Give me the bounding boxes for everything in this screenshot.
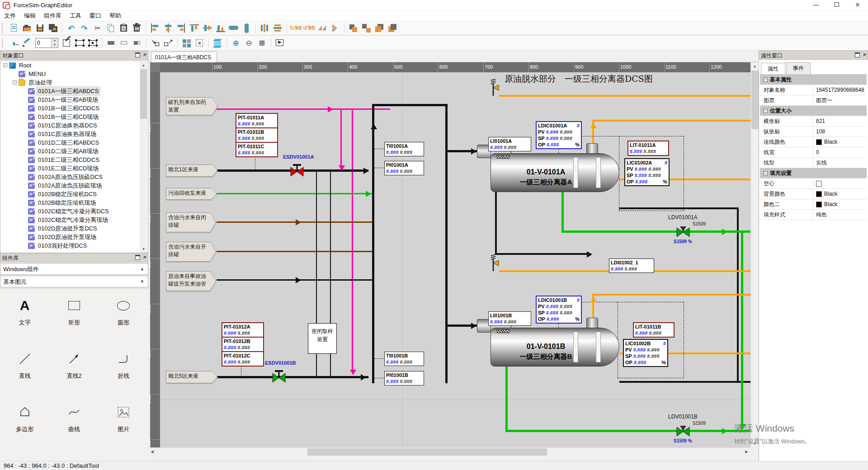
ungroup-button[interactable] (360, 22, 373, 34)
pipe-slop-oil-line[interactable] (217, 193, 372, 194)
zoom-out-button[interactable]: ⊖ (243, 37, 255, 49)
component-curve[interactable]: 曲线 (49, 402, 99, 455)
vent-valve-a[interactable] (486, 78, 500, 96)
color-swatch[interactable] (816, 139, 822, 145)
menu-item-0[interactable]: 文件 (0, 11, 20, 21)
align-bottom-button[interactable] (214, 22, 226, 34)
scroll-up-icon[interactable]: ▲ (751, 62, 759, 70)
close-panel-icon[interactable]: ✕ (862, 52, 866, 57)
pipe-oily-water-closed-line[interactable] (217, 221, 372, 223)
pipe-magenta-header[interactable] (217, 108, 390, 110)
pipe-emergency-oil-line[interactable] (217, 279, 372, 281)
component-category-windows[interactable]: Windows组件▲ (0, 263, 148, 275)
save-all-button[interactable] (47, 22, 59, 34)
tree-item-5[interactable]: 0101B一级三相CDDCS (0, 104, 148, 113)
property-value[interactable]: 纯色 (816, 211, 827, 219)
callout-slop-oil-pump[interactable]: 污油回收泵来液 (166, 188, 217, 200)
toolbar-grip[interactable] (2, 38, 5, 48)
tag-ldi01002-1[interactable]: LDI01002_1#.####.### (609, 258, 654, 273)
redo-button[interactable]: ↷ (78, 22, 90, 34)
valve-ldv01001a[interactable] (676, 224, 690, 239)
layers-button[interactable] (212, 37, 224, 49)
bring-to-front-button[interactable] (373, 22, 386, 34)
scroll-down-icon[interactable]: ▼ (140, 245, 147, 253)
flip-vertical-button[interactable] (329, 22, 341, 34)
collapse-box-icon[interactable]: − (764, 109, 768, 113)
tree-item-4[interactable]: 0101A一级三相AB现场 (0, 95, 148, 104)
component-polyline[interactable]: 折线 (99, 348, 148, 402)
tree-item-9[interactable]: 0101D二级三相ABDCS (0, 138, 148, 147)
tree-item-14[interactable]: 0102A原油负压脱硫现场 (0, 181, 148, 190)
scroll-down-icon[interactable]: ▼ (751, 440, 759, 447)
collapse-box-icon[interactable]: − (764, 78, 768, 82)
spinner-down-icon[interactable]: ▼ (52, 43, 58, 47)
pipe-oily-water-open-line[interactable] (217, 251, 372, 252)
component-text[interactable]: A 文字 (0, 295, 49, 348)
tag-pit-01011b[interactable]: PIT-01011B#.####.### (236, 127, 278, 143)
tag-pit-01012a[interactable]: PIT-01012A#.####.### (222, 322, 264, 338)
pipe-sample-line-2b[interactable] (330, 354, 331, 377)
float-panel-icon[interactable] (135, 255, 140, 260)
expand-arrow-icon[interactable]: ▼ (140, 279, 144, 284)
callout-demulsifier[interactable]: 破乳剂来自加药装置 (166, 97, 217, 115)
close-button[interactable]: ✕ (847, 0, 868, 11)
callout-shunbei5[interactable]: 顺北5区来液 (166, 371, 217, 383)
pipe-magenta-drop-1[interactable] (340, 108, 342, 167)
rotate-cw-90-button[interactable]: ↻90 (290, 22, 302, 34)
tree-item-17[interactable]: 0102C稳定气冷凝分离DCS (0, 207, 148, 216)
tree-item-1[interactable]: MENU (0, 70, 148, 78)
component-rect[interactable]: 矩形 (49, 295, 99, 348)
align-right-button[interactable] (175, 22, 187, 34)
tree-item-6[interactable]: 0101B一级三相CD现场 (0, 113, 148, 121)
pipe-green-a-drop[interactable] (561, 191, 564, 231)
pipe-ldi-line[interactable] (495, 253, 591, 255)
line-color-button[interactable] (21, 37, 33, 49)
pipe-collector-right[interactable] (445, 104, 448, 383)
sample-device-box[interactable]: 密闭取样装置 (308, 323, 337, 354)
callout-oily-water-open[interactable]: 含油污水来自开排罐 (166, 242, 216, 262)
distribute-v-button[interactable] (272, 22, 284, 34)
tag-lit-01011a[interactable]: LIT-01011A#.####.### (627, 141, 669, 156)
pipe-collector-top[interactable] (372, 104, 448, 106)
tag-lic01002b[interactable]: LIC01002B#PV#.####.###SP#.####.###OP#.##… (623, 339, 668, 367)
pipe-magenta-drop-2[interactable] (352, 108, 353, 371)
properties-tab-1[interactable]: 事件 (786, 62, 811, 74)
tree-item-16[interactable]: 0102B稳定压缩机现场 (0, 198, 148, 207)
tag-pi01001b[interactable]: PI01001B#.####.### (384, 371, 424, 385)
tree-collapse-icon[interactable]: − (3, 63, 7, 67)
tab-0101a[interactable]: 0101A一级三相ABDCS (151, 52, 217, 62)
vessel-01-v-0101b[interactable]: 01-V-0101B 一级三相分离器B (491, 328, 619, 367)
tree-item-3[interactable]: 0101A一级三相ABDCS (0, 87, 148, 95)
toolbar-grip[interactable] (2, 23, 5, 33)
tree-item-11[interactable]: 0101E二级三相CDDCS (0, 155, 148, 164)
rect-handles-button[interactable] (74, 37, 86, 49)
collapse-box-icon[interactable]: − (764, 171, 768, 175)
maximize-button[interactable] (826, 0, 847, 11)
fill-color-button[interactable]: ⬧ (8, 37, 20, 49)
close-panel-icon[interactable]: ✕ (142, 255, 146, 260)
tag-li01001b[interactable]: LI01001B#.####.### (488, 311, 531, 326)
scroll-right-icon[interactable]: ▶ (743, 448, 750, 456)
align-left-button[interactable] (149, 22, 161, 34)
tree-item-10[interactable]: 0101D二级三相AB现场 (0, 147, 148, 155)
pipe-ldi-drop[interactable] (495, 191, 497, 254)
tag-pit-01011c[interactable]: PIT-01011C#.####.### (236, 142, 278, 157)
menu-item-1[interactable]: 编辑 (20, 11, 40, 21)
property-value[interactable]: 1645172890668648 (816, 87, 864, 93)
scroll-left-icon[interactable]: ◀ (148, 448, 156, 456)
connector-out-button[interactable]: ↗ (162, 37, 175, 49)
flip-horizontal-button[interactable] (316, 22, 328, 34)
component-category-basic[interactable]: 基本图元▼ (0, 276, 148, 287)
callout-shunbei1[interactable]: 顺北1区来液 (166, 164, 217, 177)
pipe-green-right-drop[interactable] (741, 230, 743, 429)
preview-run-button[interactable]: ▶ (274, 37, 286, 49)
pipe-orange-vent-a[interactable] (499, 95, 750, 97)
float-panel-icon[interactable] (135, 52, 140, 57)
component-polygon[interactable]: 多边形 (0, 402, 49, 455)
tag-ldic01001a[interactable]: LDIC01001A#PV#.####.###SP#.####.###OP#.#… (536, 121, 582, 149)
tree-item-13[interactable]: 0102A原油负压脱硫DCS (0, 173, 148, 181)
valve-esdv01001b[interactable] (272, 370, 286, 384)
tree-item-15[interactable]: 0102B稳定压缩机DCS (0, 190, 148, 198)
vessel-01-v-0101a[interactable]: 01-V-0101A 一级三相分离器A (491, 153, 619, 192)
send-to-back-button[interactable] (387, 22, 399, 34)
